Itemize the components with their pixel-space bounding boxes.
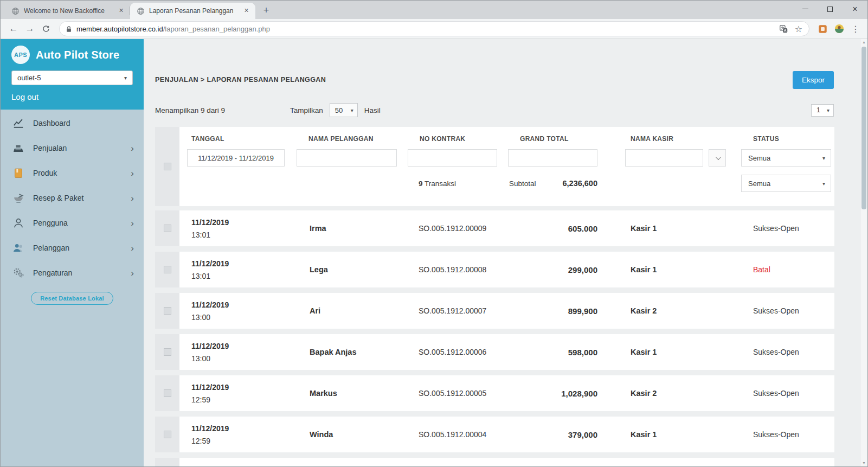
reload-button[interactable] bbox=[38, 21, 54, 36]
bookmark-star-icon[interactable]: ☆ bbox=[795, 24, 802, 34]
cell-customer: Lega bbox=[297, 265, 408, 274]
chevron-right-icon: › bbox=[131, 144, 134, 153]
sidebar-item-resep-paket[interactable]: Resep & Paket › bbox=[1, 185, 144, 210]
cell-status: Sukses-Open bbox=[741, 348, 835, 356]
export-button[interactable]: Ekspor bbox=[793, 71, 834, 89]
sidebar-item-produk[interactable]: Produk › bbox=[1, 161, 144, 185]
table-row[interactable]: 11/12/201913:00 Bapak Anjas SO.005.1912.… bbox=[155, 334, 834, 370]
filter-input-nama-kasir[interactable] bbox=[625, 149, 703, 167]
kasir-dropdown-button[interactable] bbox=[709, 149, 726, 167]
cell-customer: Markus bbox=[297, 389, 408, 398]
scrollbar-down-icon[interactable]: ▾ bbox=[860, 460, 867, 466]
checkbox-gutter bbox=[155, 127, 179, 206]
page-size-select[interactable]: 50 ▾ bbox=[330, 103, 358, 117]
cell-grand-total: 299,000 bbox=[508, 265, 613, 274]
scrollbar[interactable]: ▴ ▾ bbox=[860, 39, 867, 466]
sidebar-item-pengguna[interactable]: Pengguna › bbox=[1, 210, 144, 235]
row-checkbox[interactable] bbox=[164, 225, 171, 232]
row-checkbox[interactable] bbox=[164, 266, 171, 273]
row-checkbox[interactable] bbox=[164, 307, 171, 315]
column-header-no-kontrak: NO KONTRAK bbox=[408, 135, 508, 143]
sidebar-item-label: Resep & Paket bbox=[33, 194, 83, 202]
filter-input-no-kontrak[interactable] bbox=[408, 149, 497, 167]
tab-close-icon[interactable]: × bbox=[242, 7, 251, 16]
select-all-checkbox[interactable] bbox=[164, 163, 171, 170]
showing-count-text: Menampilkan 9 dari 9 bbox=[155, 106, 225, 114]
checkbox-gutter bbox=[155, 417, 179, 452]
logout-link[interactable]: Log out bbox=[11, 92, 133, 101]
cell-contract: SO.005.1912.00004 bbox=[408, 430, 508, 439]
cell-date: 11/12/201913:01 bbox=[179, 259, 297, 280]
column-header-grand-total: GRAND TOTAL bbox=[508, 135, 613, 143]
cell-cashier: Kasir 1 bbox=[613, 430, 741, 439]
status-filter-value-2: Semua bbox=[748, 180, 770, 188]
outlet-select[interactable]: outlet-5 ▾ bbox=[11, 71, 133, 85]
status-filter-value: Semua bbox=[748, 154, 770, 162]
table-row[interactable]: 11/12/201913:00 Ari SO.005.1912.00007 89… bbox=[155, 293, 834, 329]
sidebar: APS Auto Pilot Store outlet-5 ▾ Log out … bbox=[1, 39, 144, 466]
tab-title: Welcome to New Backoffice bbox=[24, 7, 112, 15]
sidebar-item-penjualan[interactable]: Penjualan › bbox=[1, 136, 144, 161]
cash-register-icon bbox=[11, 142, 25, 155]
cell-status: Sukses-Open bbox=[741, 389, 835, 398]
chevron-right-icon: › bbox=[131, 169, 134, 178]
cell-status: Batal bbox=[741, 265, 835, 274]
forward-button[interactable]: → bbox=[22, 21, 37, 36]
table-row[interactable]: 11/12/201913:01 Lega SO.005.1912.00008 2… bbox=[155, 252, 834, 287]
tab-close-icon[interactable]: × bbox=[117, 7, 126, 16]
page-select[interactable]: 1 ▾ bbox=[811, 104, 834, 117]
sidebar-menu: Dashboard Penjualan › Produk › bbox=[1, 110, 144, 466]
column-header-nama-kasir: NAMA KASIR bbox=[613, 135, 741, 143]
filter-input-tanggal[interactable] bbox=[187, 149, 285, 167]
scrollbar-thumb[interactable] bbox=[861, 47, 866, 209]
profile-avatar-icon[interactable] bbox=[834, 24, 844, 34]
orders-table: TANGGAL NAMA PELANGGAN NO KONTRAK GRAND … bbox=[155, 127, 834, 466]
checkbox-gutter bbox=[155, 334, 179, 370]
browser-menu-icon[interactable]: ⋮ bbox=[851, 24, 860, 34]
app-area: APS Auto Pilot Store outlet-5 ▾ Log out … bbox=[1, 39, 867, 466]
sidebar-item-pelanggan[interactable]: Pelanggan › bbox=[1, 235, 144, 260]
minimize-button[interactable] bbox=[793, 1, 818, 17]
back-button[interactable]: ← bbox=[6, 21, 21, 36]
tab-title: Laporan Pesanan Pelanggan bbox=[149, 7, 237, 15]
cell-status: Sukses-Open bbox=[741, 224, 835, 233]
sidebar-item-dashboard[interactable]: Dashboard bbox=[1, 111, 144, 136]
cell-cashier: Kasir 2 bbox=[613, 306, 741, 315]
cell-date: 11/12/201912:59 bbox=[179, 383, 297, 404]
address-bar[interactable]: member.autopilotstore.co.id/laporan_pesa… bbox=[59, 21, 809, 36]
checkbox-gutter bbox=[155, 293, 179, 329]
browser-tab-laporan[interactable]: Laporan Pesanan Pelanggan × bbox=[130, 3, 255, 19]
scrollbar-up-icon[interactable]: ▴ bbox=[860, 39, 867, 46]
browser-tab-welcome[interactable]: Welcome to New Backoffice × bbox=[5, 3, 130, 19]
table-row-partial[interactable] bbox=[155, 458, 834, 466]
translate-icon[interactable] bbox=[779, 24, 788, 34]
hasil-label: Hasil bbox=[364, 106, 381, 114]
cell-contract: SO.005.1912.00009 bbox=[408, 224, 508, 233]
cell-cashier: Kasir 1 bbox=[613, 348, 741, 356]
close-button[interactable]: × bbox=[843, 1, 867, 17]
table-row[interactable]: 11/12/201912:59 Markus SO.005.1912.00005… bbox=[155, 375, 834, 411]
cell-customer: Winda bbox=[297, 430, 408, 439]
reset-database-button[interactable]: Reset Database Lokal bbox=[31, 292, 113, 305]
product-box-icon bbox=[11, 167, 25, 180]
filter-input-grand-total[interactable] bbox=[508, 149, 597, 167]
column-header-nama-pelanggan: NAMA PELANGGAN bbox=[297, 135, 408, 143]
status-filter-select-2[interactable]: Semua ▾ bbox=[741, 175, 831, 192]
row-checkbox[interactable] bbox=[164, 348, 171, 356]
chevron-down-icon bbox=[715, 155, 721, 160]
extension-icon[interactable] bbox=[818, 24, 827, 34]
table-row[interactable]: 11/12/201912:59 Winda SO.005.1912.00004 … bbox=[155, 417, 834, 452]
window-controls: × bbox=[793, 1, 867, 17]
table-row[interactable]: 11/12/201913:01 Irma SO.005.1912.00009 6… bbox=[155, 210, 834, 246]
row-checkbox[interactable] bbox=[164, 389, 171, 397]
status-filter-select[interactable]: Semua ▾ bbox=[741, 149, 831, 167]
cell-grand-total: 899,900 bbox=[508, 306, 613, 316]
maximize-button[interactable] bbox=[818, 1, 843, 17]
new-tab-button[interactable]: + bbox=[259, 3, 274, 18]
filter-input-nama-pelanggan[interactable] bbox=[297, 149, 397, 167]
main-content: PENJUALAN > LAPORAN PESANAN PELANGGAN Ek… bbox=[144, 39, 860, 466]
row-checkbox[interactable] bbox=[164, 431, 171, 438]
cell-status: Sukses-Open bbox=[741, 306, 835, 315]
sidebar-item-pengaturan[interactable]: Pengaturan › bbox=[1, 260, 144, 285]
chevron-down-icon: ▾ bbox=[822, 181, 825, 187]
